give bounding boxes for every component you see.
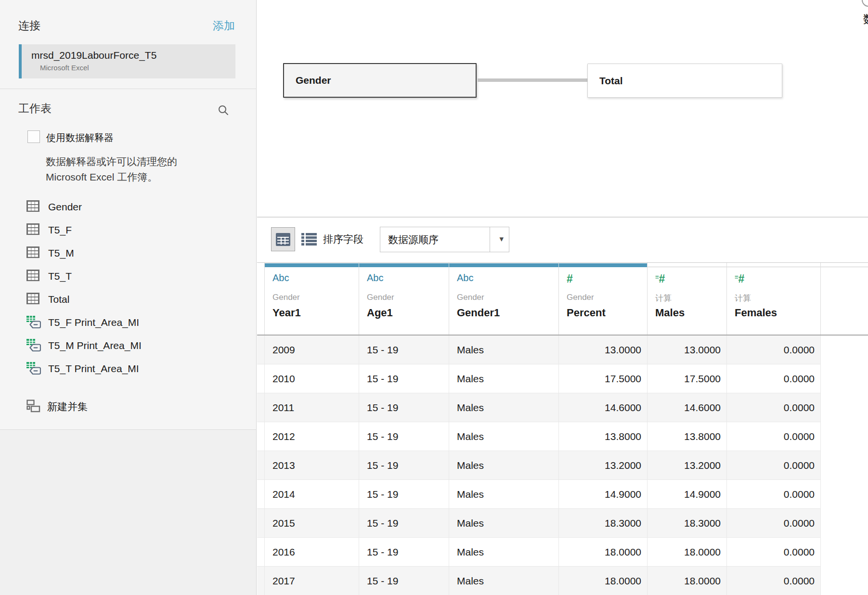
calculated-number-icon: =# [735, 272, 744, 285]
cell-females: 0.0000 [727, 567, 821, 595]
cell-year1: 2016 [265, 538, 359, 566]
column-cap [449, 263, 558, 267]
cell-age1: 15 - 19 [359, 509, 449, 537]
column-header-year1[interactable]: Abc Gender Year1 [265, 263, 359, 335]
join-canvas: Gender Total 数 [257, 0, 868, 218]
row-gutter-cell [257, 567, 265, 595]
row-gutter-cell [257, 336, 265, 364]
sheet-item-t5-f-print-area-mi[interactable]: T5_F Print_Area_MI [0, 311, 257, 334]
table-row: 201315 - 19Males13.200013.20000.0000 [257, 451, 821, 480]
cell-gender1: Males [449, 567, 559, 595]
cell-year1: 2010 [265, 364, 359, 393]
dropdown-separator [490, 227, 490, 252]
checkbox-label: 使用数据解释器 [46, 131, 114, 144]
cell-males: 18.3000 [648, 509, 727, 537]
row-gutter-cell [257, 538, 265, 566]
interpreter-description-line2: Microsoft Excel 工作簿。 [46, 169, 238, 185]
column-header-males[interactable]: =# 计算 Males [648, 263, 727, 335]
table-grid-icon [26, 246, 41, 260]
table-row: 201615 - 19Males18.000018.00000.0000 [257, 538, 821, 567]
sort-order-dropdown[interactable]: 数据源顺序 ▾ [380, 227, 509, 252]
cell-females: 0.0000 [727, 538, 821, 566]
table-node-total[interactable]: Total [587, 64, 782, 98]
column-header-percent[interactable]: # Gender Percent [559, 263, 648, 335]
abc-string-icon: Abc [367, 272, 383, 284]
cell-males: 14.6000 [648, 393, 727, 422]
table-row: 200915 - 19Males13.000013.00000.0000 [257, 336, 821, 364]
sheet-label: T5_M Print_Area_MI [48, 340, 142, 351]
sheet-item-t5-t[interactable]: T5_T [0, 265, 257, 288]
grid-body: 200915 - 19Males13.000013.00000.0000 201… [257, 336, 821, 595]
cell-males: 13.8000 [648, 422, 727, 451]
add-connection-link[interactable]: 添加 [213, 18, 235, 33]
column-header-age1[interactable]: Abc Gender Age1 [359, 263, 449, 335]
sheet-item-t5-f[interactable]: T5_F [0, 219, 257, 242]
field-table-label: Gender [457, 293, 484, 302]
cell-year1: 2017 [265, 567, 359, 595]
list-view-button[interactable] [301, 233, 317, 246]
cell-percent: 13.2000 [559, 451, 648, 479]
connection-item[interactable]: mrsd_2019LabourForce_T5 Microsoft Excel [19, 44, 235, 78]
table-row: 201215 - 19Males13.800013.80000.0000 [257, 422, 821, 451]
join-connector-line[interactable] [478, 78, 587, 82]
cell-males: 17.5000 [648, 364, 727, 393]
data-source-sidebar: 连接 添加 mrsd_2019LabourForce_T5 Microsoft … [0, 0, 257, 595]
sheet-item-total[interactable]: Total [0, 288, 257, 311]
cell-males: 14.9000 [648, 480, 727, 508]
cell-gender1: Males [449, 364, 559, 393]
chevron-down-icon[interactable]: ▾ [499, 234, 504, 244]
cell-gender1: Males [449, 451, 559, 479]
row-gutter-cell [257, 393, 265, 422]
field-name: Males [655, 307, 685, 319]
table-grid-icon [26, 223, 41, 237]
cell-percent: 14.6000 [559, 393, 648, 422]
field-name: Year1 [272, 307, 301, 319]
new-union-button[interactable]: 新建并集 [0, 399, 257, 415]
named-range-icon [26, 339, 41, 352]
sidebar-footer-area [0, 430, 256, 595]
cell-females: 0.0000 [727, 509, 821, 537]
sort-order-value: 数据源顺序 [388, 233, 439, 246]
cell-age1: 15 - 19 [359, 567, 449, 595]
cell-gender1: Males [449, 422, 559, 451]
cell-age1: 15 - 19 [359, 538, 449, 566]
sheet-item-t5-m-print-area-mi[interactable]: T5_M Print_Area_MI [0, 334, 257, 357]
grid-header-row: Abc Gender Year1 Abc Gender Age1 Abc Gen… [257, 262, 868, 336]
cell-males: 18.0000 [648, 567, 727, 595]
search-icon[interactable] [217, 104, 230, 117]
abc-string-icon: Abc [457, 272, 473, 284]
column-header-females[interactable]: =# 计算 Females [727, 263, 821, 335]
checkbox-unchecked[interactable] [27, 130, 40, 143]
field-name: Age1 [367, 307, 393, 319]
cell-percent: 18.3000 [559, 509, 648, 537]
interpreter-description: 数据解释器或许可以清理您的 Microsoft Excel 工作簿。 [46, 154, 238, 185]
field-table-label: 计算 [655, 293, 672, 304]
cell-year1: 2009 [265, 336, 359, 364]
field-table-label: Gender [272, 293, 300, 302]
sheets-heading: 工作表 [18, 101, 52, 116]
sheet-item-gender[interactable]: Gender [0, 195, 257, 219]
data-preview-section: 排序字段 数据源顺序 ▾ Abc Gender Year1 Abc Gender… [257, 218, 868, 595]
union-icon [26, 400, 41, 413]
sheet-item-t5-t-print-area-mi[interactable]: T5_T Print_Area_MI [0, 357, 257, 380]
cell-year1: 2014 [265, 480, 359, 508]
cell-percent: 18.0000 [559, 538, 648, 566]
sheet-label: T5_T [48, 271, 72, 282]
grid-view-button[interactable] [271, 227, 295, 251]
table-node-gender[interactable]: Gender [283, 63, 477, 98]
clipped-radio-icon[interactable] [862, 0, 868, 7]
sheet-label: T5_F Print_Area_MI [48, 317, 139, 328]
field-table-label: 计算 [735, 293, 751, 304]
field-name: Percent [567, 307, 606, 319]
cell-percent: 14.9000 [559, 480, 648, 508]
sheet-item-t5-m[interactable]: T5_M [0, 242, 257, 265]
column-header-gender1[interactable]: Abc Gender Gender1 [449, 263, 559, 335]
cell-year1: 2013 [265, 451, 359, 479]
column-cap [265, 263, 359, 267]
number-hash-icon: # [567, 272, 572, 285]
cell-females: 0.0000 [727, 393, 821, 422]
cell-percent: 17.5000 [559, 364, 648, 393]
sheet-label: T5_T Print_Area_MI [48, 363, 139, 375]
sheet-label: Total [48, 294, 69, 305]
grid-view-icon [276, 233, 290, 246]
